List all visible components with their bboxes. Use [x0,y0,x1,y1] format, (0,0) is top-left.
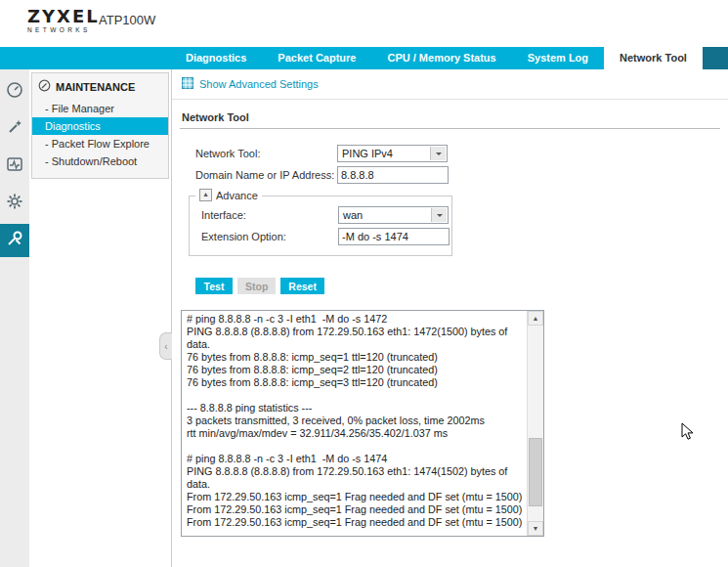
sidebar-item-diagnostics[interactable]: Diagnostics [32,117,168,135]
domain-label: Domain Name or IP Address: [195,169,337,181]
maintenance-menu-title: MAINTENANCE [56,81,135,93]
tools-icon [6,230,23,251]
scrollbar-thumb[interactable] [529,438,542,506]
network-tool-label: Network Tool: [195,148,337,159]
advanced-settings-bar: Show Advanced Settings [172,69,728,100]
tab-diagnostics[interactable]: Diagnostics [170,47,262,69]
maintenance-menu: MAINTENANCE - File Manager Diagnostics -… [31,72,169,179]
zyxel-admin-screen: ZYXEL NETWORKS ATP100W Diagnostics Packe… [0,0,728,567]
domain-input[interactable] [337,166,449,184]
test-button[interactable]: Test [195,278,233,294]
chevron-down-icon[interactable] [431,208,447,222]
page-title: Network Tool [180,100,720,129]
scroll-up-arrow-icon[interactable]: ▲ [528,311,543,326]
activity-icon [6,155,23,177]
sidebar-item-packet-flow-explore[interactable]: - Packet Flow Explore [32,135,168,153]
zyxel-logo: ZYXEL NETWORKS [27,8,100,34]
collapse-toggle-icon[interactable]: ▴ [199,189,212,201]
interface-label: Interface: [190,209,338,221]
zyxel-logo-subtext: NETWORKS [27,27,100,34]
maintenance-menu-header: MAINTENANCE [32,73,168,100]
network-tool-form: Network Tool: PING IPv4 Domain Name or I… [172,129,728,537]
tab-system-log[interactable]: System Log [512,47,604,69]
reset-button[interactable]: Reset [280,278,324,294]
gear-icon [6,193,23,214]
sidebar-icon-maintenance[interactable] [0,224,29,257]
left-icon-strip [0,69,30,567]
form-row-domain: Domain Name or IP Address: [195,164,728,186]
advance-fieldset: ▴ Advance Interface: wan Extension Optio… [189,196,452,256]
advance-legend-label: Advance [216,190,258,201]
form-row-extension: Extension Option: [190,226,451,247]
tab-packet-capture[interactable]: Packet Capture [262,47,371,69]
sidebar-panel: MAINTENANCE - File Manager Diagnostics -… [29,69,172,567]
tab-network-tool[interactable]: Network Tool [604,47,703,69]
grid-icon [182,75,193,93]
sidebar-item-shutdown-reboot[interactable]: - Shutdown/Reboot [32,153,168,170]
stop-button[interactable]: Stop [237,278,276,294]
action-buttons: Test Stop Reset [172,278,728,294]
sidebar-icon-configuration[interactable] [0,187,29,220]
console-output-box[interactable]: # ping 8.8.8.8 -n -c 3 -I eth1 -M do -s … [181,310,544,537]
main-content: Show Advanced Settings Network Tool Netw… [172,69,728,567]
extension-option-input[interactable] [338,228,450,245]
extension-option-label: Extension Option: [190,231,338,242]
show-advanced-settings-link[interactable]: Show Advanced Settings [199,78,319,90]
interface-selected-value: wan [343,209,363,221]
network-tool-selected-value: PING IPv4 [342,148,393,159]
tab-cpu-memory-status[interactable]: CPU / Memory Status [371,47,511,69]
zyxel-logo-text: ZYXEL [27,8,100,25]
wand-icon [6,118,23,140]
console-output-text: # ping 8.8.8.8 -n -c 3 -I eth1 -M do -s … [187,313,525,534]
top-header: ZYXEL NETWORKS ATP100W [0,0,728,47]
chevron-down-icon[interactable] [430,147,446,160]
scroll-down-arrow-icon[interactable]: ▼ [528,521,543,536]
form-row-interface: Interface: wan [190,204,451,226]
sidebar-collapse-handle[interactable]: ‹ [159,332,172,360]
console-scrollbar[interactable]: ▲ ▼ [527,311,543,536]
form-row-network-tool: Network Tool: PING IPv4 [195,143,728,164]
network-tool-select[interactable]: PING IPv4 [337,145,448,162]
nav-fill-accent [703,47,728,69]
top-nav-bar: Diagnostics Packet Capture CPU / Memory … [0,47,728,69]
sidebar-icon-monitor[interactable] [0,150,29,183]
nav-spacer [0,47,170,69]
interface-select[interactable]: wan [338,206,449,224]
sidebar-item-file-manager[interactable]: - File Manager [32,100,168,117]
advance-legend: ▴ Advance [195,189,262,201]
gauge-icon [6,81,23,103]
sidebar-icon-dashboard[interactable] [0,75,29,109]
maintenance-icon [38,79,51,94]
device-model-name: ATP100W [99,13,155,27]
sidebar-icon-wizard[interactable] [0,112,29,146]
